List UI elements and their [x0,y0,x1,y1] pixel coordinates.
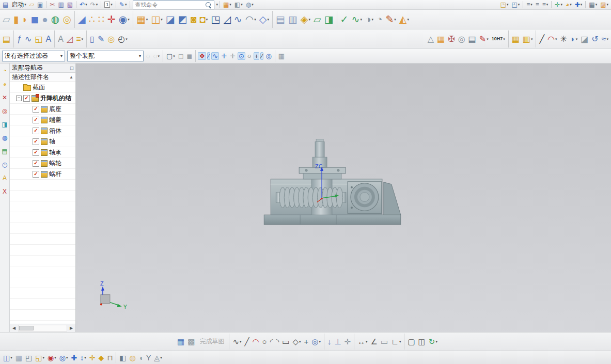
snap-point-icon[interactable]: ❖ [198,52,206,60]
library-icon[interactable]: ◰ [24,354,33,362]
dropdown-arrow-icon[interactable]: ▾ [96,3,98,7]
assembly-constraints-icon[interactable]: ↕▾ [79,354,87,362]
worm-gear-model[interactable] [264,139,400,225]
cone-icon[interactable]: ◍ [50,14,61,25]
measure-icon[interactable]: ✛▾ [554,1,563,8]
line-icon[interactable]: ╱ [243,337,250,346]
dropdown-arrow-icon[interactable]: ▾ [173,54,175,58]
constraints-cube-icon[interactable]: ◰▾ [510,1,521,8]
touch-panel-icon[interactable]: ◕ [3,81,6,87]
sort-arrow-icon[interactable]: ▲ [69,75,73,80]
point-icon[interactable]: + [303,337,310,346]
dropdown-arrow-icon[interactable]: ▾ [85,3,87,7]
dropdown-arrow-icon[interactable]: ▾ [252,3,254,7]
dropdown-arrow-icon[interactable]: ▾ [555,37,557,41]
bridge-curve-icon[interactable]: ◗▾ [569,35,578,44]
sequence-icon[interactable]: ◖ [138,354,144,362]
snap-quadrant-icon[interactable]: ⊙ [238,52,245,60]
shaded-cube-icon[interactable]: ◻ [177,52,185,60]
view-arrangement-icon[interactable]: ▦▾ [222,1,232,8]
component-checkbox[interactable]: ✓ [23,95,30,102]
open-icon[interactable]: ▱ [28,1,35,8]
tree-item[interactable]: 截面 [10,82,75,93]
command-finder[interactable]: 查找命令 [133,1,214,9]
start-menu-button[interactable]: 启动▾ [10,1,27,8]
dropdown-arrow-icon[interactable]: ▾ [111,3,113,7]
sweep-icon[interactable]: ∿ [233,14,243,25]
navigator-hscrollbar[interactable]: ◀ ▶ [10,324,75,332]
component-checkbox[interactable]: ✓ [33,128,39,134]
line-tool-icon[interactable]: ╱ [538,35,545,44]
dropdown-arrow-icon[interactable]: ▾ [487,37,489,41]
revolve-icon[interactable]: ◗ [21,14,28,25]
redo-icon[interactable]: ↷▾ [89,1,99,8]
delete-icon[interactable]: ◿ [66,35,74,44]
window-panel-icon[interactable]: ◨ [2,121,7,128]
trim-body-icon[interactable]: ◪ [165,14,176,25]
dropdown-arrow-icon[interactable]: ▾ [546,3,549,7]
show-constraints-icon[interactable]: ✛ [88,354,97,362]
report-icon[interactable]: ▤ [467,35,477,44]
style-pen-icon[interactable]: ✎ [97,35,105,44]
draft-icon[interactable]: ◿ [222,14,232,25]
polygon-icon[interactable]: ◇▾ [291,337,302,346]
scrollbar-track[interactable] [18,325,67,331]
annotation-icon[interactable]: ▤ [2,35,11,44]
geometric-constraint-icon[interactable]: ∟▾ [390,337,402,346]
helix-icon[interactable]: ◎ [106,35,116,44]
draft-analysis-icon[interactable]: △ [427,35,435,44]
point-cloud-icon[interactable]: ✳ [559,35,568,44]
new-component-icon[interactable]: ◱▾ [34,354,45,362]
dropdown-arrow-icon[interactable]: ▾ [161,18,163,22]
component-checkbox[interactable]: ✓ [33,160,39,167]
dropdown-arrow-icon[interactable]: ▾ [399,340,401,344]
freeform-icon[interactable]: ◇▾ [258,14,270,25]
deviation-gauge-icon[interactable]: ∿▾ [351,14,363,25]
browser-icon[interactable]: ◍ [2,135,7,141]
synchronous-tool-icon[interactable]: ▨▾ [599,1,609,8]
dropdown-arrow-icon[interactable]: ▾ [319,340,321,344]
tree-item[interactable]: ✓端盖 [10,115,75,125]
dropdown-arrow-icon[interactable]: ▾ [407,18,409,22]
exploded-view-icon[interactable]: ◧ [118,354,127,362]
dropdown-arrow-icon[interactable]: ▾ [66,356,68,360]
list-add-icon[interactable]: ≡▾ [75,35,84,44]
circle-icon[interactable]: ○ [261,337,268,346]
boss-icon[interactable]: ∴ [88,14,96,25]
tooling-icon[interactable]: ✠ [447,35,456,44]
component-checkbox[interactable]: ✓ [33,117,39,123]
dropdown-arrow-icon[interactable]: ▾ [366,340,368,344]
dropdown-arrow-icon[interactable]: ▾ [507,3,509,7]
window-layout-button[interactable]: 1▾ [103,1,114,8]
wireframe-cube-icon[interactable]: ◼ [186,52,194,60]
snap-circle-center-icon[interactable]: ◎ [264,52,272,60]
dropdown-arrow-icon[interactable]: ▾ [576,37,578,41]
dropdown-arrow-icon[interactable]: ▾ [229,3,231,7]
wave-link-icon[interactable]: ◎▾ [58,354,69,362]
dropdown-arrow-icon[interactable]: ▾ [42,356,44,360]
snap-slash-icon[interactable]: ∕ [260,52,263,60]
touch-mode-icon[interactable]: ✎▾ [118,1,128,8]
markup-pen-icon[interactable]: ✎▾ [478,35,490,44]
expression-list-icon[interactable]: ≡▾ [541,1,550,8]
ruled-surface-icon[interactable]: ▥ [287,14,299,25]
tube-icon[interactable]: ◠▾ [244,14,257,25]
dropdown-arrow-icon[interactable]: ▾ [530,3,532,7]
studio-spline-icon[interactable]: ∿ [24,35,33,44]
draft-text-icon[interactable]: A [57,35,65,44]
tolerance-button[interactable]: 10H7▾ [491,36,506,42]
dropdown-arrow-icon[interactable]: ▾ [371,18,373,22]
tree-item[interactable]: ✓轴承 [10,147,75,158]
new-file-icon[interactable]: ▤ [2,1,9,8]
dropdown-arrow-icon[interactable]: ▾ [435,340,437,344]
highlight-icon[interactable]: ◌▾ [152,52,161,60]
snap-line-icon[interactable]: ∕ [207,52,210,60]
dropdown-arrow-icon[interactable]: ▾ [241,3,243,7]
dropdown-arrow-icon[interactable]: ▾ [518,3,520,7]
snap-plus-icon[interactable]: + [254,52,260,60]
grid-snap-icon[interactable]: ▦ [277,52,286,60]
trim-corner-icon[interactable]: ◝ [275,337,280,346]
datum-point-icon[interactable]: ◉▾ [118,14,131,25]
cylinder-icon[interactable]: ● [41,14,49,25]
direct-sketch-icon[interactable]: ▱ [2,14,11,25]
